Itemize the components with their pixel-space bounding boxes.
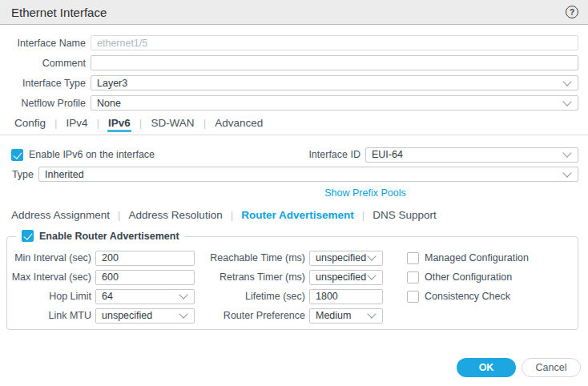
interface-type-value: Layer3 (97, 78, 127, 89)
dialog-title: Ethernet Interface (11, 6, 107, 19)
router-preference-select[interactable]: Medium (309, 308, 383, 324)
ipv6-type-value: Inherited (45, 169, 84, 180)
subtab-router-advertisement[interactable]: Router Advertisement (241, 209, 354, 221)
tab-advanced[interactable]: Advanced (214, 117, 264, 132)
tab-ipv4[interactable]: IPv4 (66, 117, 89, 132)
router-advertisement-group: Enable Router Advertisement Min Interval… (6, 236, 578, 330)
netflow-profile-value: None (97, 98, 121, 109)
netflow-profile-row: Netflow Profile None (0, 95, 578, 111)
chevron-down-icon (367, 271, 376, 279)
link-mtu-value: unspecified (102, 310, 152, 321)
enable-ipv6-checkbox[interactable] (11, 149, 23, 161)
enable-ipv6-label: Enable IPv6 on the interface (29, 149, 155, 160)
interface-name-label: Interface Name (0, 38, 86, 49)
max-interval-label: Max Interval (sec) (7, 271, 91, 283)
netflow-profile-select[interactable]: None (91, 95, 578, 111)
hop-limit-value: 64 (102, 291, 113, 302)
ipv6-enable-row: Enable IPv6 on the interface Interface I… (11, 147, 578, 163)
hop-limit-label: Hop Limit (7, 291, 91, 302)
tab-sd-wan[interactable]: SD-WAN (150, 117, 195, 132)
hop-limit-select[interactable]: 64 (95, 289, 195, 304)
tab-ipv6[interactable]: IPv6 (107, 117, 131, 132)
ra-row-2: Max Interval (sec) Retrans Timer (ms) un… (7, 269, 578, 285)
ipv6-type-row: Type Inherited (0, 167, 578, 182)
subtab-dns-support[interactable]: DNS Support (373, 209, 437, 221)
ra-row-1: Min Interval (sec) Reachable Time (ms) u… (7, 250, 578, 266)
managed-configuration-label: Managed Configuration (425, 252, 529, 263)
chevron-down-icon (179, 309, 187, 318)
lifetime-field[interactable] (309, 289, 383, 304)
ra-row-3: Hop Limit 64 Lifetime (sec) Consistency … (7, 288, 578, 304)
link-mtu-label: Link MTU (7, 310, 91, 321)
interface-id-select[interactable]: EUI-64 (365, 147, 578, 163)
ra-row-4: Link MTU unspecified Router Preference M… (7, 308, 578, 324)
retrans-timer-select[interactable]: unspecified (309, 270, 383, 285)
comment-label: Comment (0, 58, 86, 69)
router-preference-label: Router Preference (199, 310, 305, 321)
chevron-down-icon (562, 168, 571, 177)
tab-separator: | (139, 117, 143, 132)
tab-separator: | (97, 117, 100, 132)
tab-config[interactable]: Config (14, 117, 46, 132)
interface-id-label: Interface ID (308, 149, 360, 160)
reachable-time-select[interactable]: unspecified (309, 251, 383, 266)
subtab-address-resolution[interactable]: Address Resolution (129, 209, 223, 221)
chevron-down-icon (562, 148, 571, 157)
chevron-down-icon (179, 290, 187, 299)
max-interval-field[interactable] (95, 270, 195, 285)
chevron-down-icon (367, 251, 376, 260)
tab-separator: | (54, 117, 58, 132)
tab-bar: Config | IPv4 | IPv6 | SD-WAN | Advanced (14, 115, 588, 132)
ipv6-type-label: Type (0, 169, 34, 180)
cancel-button[interactable]: Cancel (522, 358, 581, 377)
router-preference-value: Medium (316, 310, 351, 321)
subtab-separator: | (118, 209, 121, 221)
subtab-bar: Address Assignment | Address Resolution … (11, 208, 588, 222)
consistency-check-label: Consistency Check (425, 291, 510, 302)
other-configuration-option: Other Configuration (407, 271, 512, 283)
tab-divider (0, 135, 588, 135)
chevron-down-icon (562, 97, 571, 106)
prefix-pools-row: Show Prefix Pools (0, 187, 588, 200)
reachable-time-value: unspecified (316, 252, 366, 263)
router-advertisement-legend: Enable Router Advertisement (16, 230, 185, 242)
consistency-check-checkbox[interactable] (407, 291, 419, 303)
retrans-timer-value: unspecified (316, 271, 366, 283)
link-mtu-select[interactable]: unspecified (95, 308, 195, 324)
show-prefix-pools-link[interactable]: Show Prefix Pools (324, 187, 405, 199)
interface-name-row: Interface Name (0, 35, 578, 50)
subtab-address-assignment[interactable]: Address Assignment (11, 209, 110, 221)
consistency-check-option: Consistency Check (407, 291, 510, 303)
interface-id-value: EUI-64 (372, 149, 403, 160)
chevron-down-icon (367, 309, 376, 318)
tab-separator: | (203, 117, 207, 132)
interface-name-field (91, 35, 578, 50)
chevron-down-icon (562, 77, 571, 86)
comment-row: Comment (0, 55, 578, 70)
other-configuration-label: Other Configuration (425, 271, 512, 283)
enable-router-advertisement-label: Enable Router Advertisement (39, 231, 179, 242)
lifetime-label: Lifetime (sec) (199, 291, 305, 302)
reachable-time-label: Reachable Time (ms) (199, 252, 305, 263)
ok-button[interactable]: OK (457, 358, 516, 377)
help-icon[interactable]: ? (566, 6, 578, 18)
interface-type-label: Interface Type (0, 78, 86, 89)
other-configuration-checkbox[interactable] (407, 271, 419, 283)
ethernet-interface-dialog: Ethernet Interface ? Interface Name Comm… (0, 0, 588, 386)
enable-router-advertisement-checkbox[interactable] (22, 230, 34, 242)
min-interval-label: Min Interval (sec) (7, 252, 91, 263)
managed-configuration-option: Managed Configuration (407, 252, 529, 264)
interface-type-row: Interface Type Layer3 (0, 75, 578, 90)
interface-type-select[interactable]: Layer3 (91, 75, 578, 90)
ipv6-type-select[interactable]: Inherited (38, 167, 578, 182)
subtab-separator: | (231, 209, 234, 221)
managed-configuration-checkbox[interactable] (407, 252, 419, 264)
min-interval-field[interactable] (95, 251, 195, 266)
retrans-timer-label: Retrans Timer (ms) (199, 271, 305, 283)
comment-field[interactable] (91, 55, 578, 70)
general-form: Interface Name Comment Interface Type La… (0, 35, 588, 111)
netflow-profile-label: Netflow Profile (0, 98, 86, 109)
dialog-footer: OK Cancel (0, 358, 581, 377)
subtab-separator: | (362, 209, 365, 221)
dialog-header: Ethernet Interface ? (0, 0, 588, 25)
